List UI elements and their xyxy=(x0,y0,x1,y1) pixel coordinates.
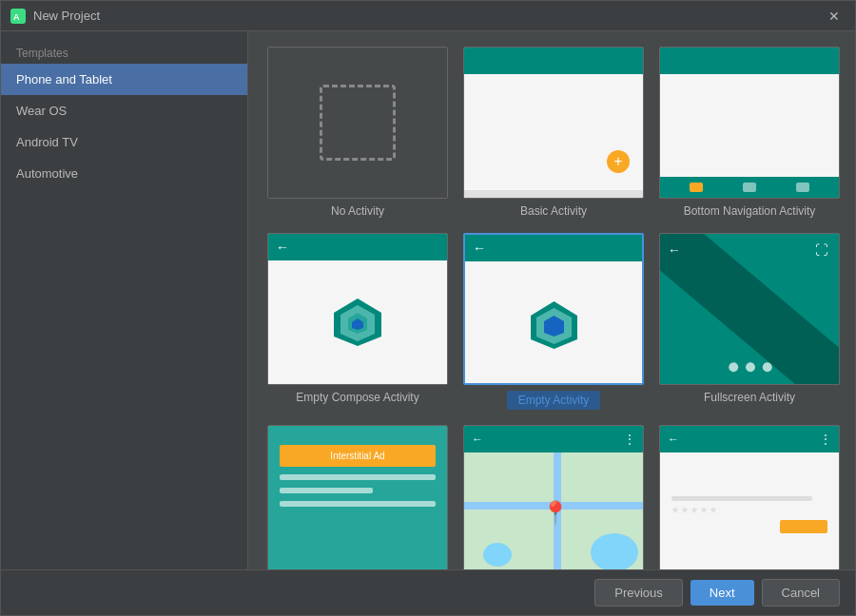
empty-activity-label: Empty Activity xyxy=(507,391,601,410)
main-content: Templates Phone and Tablet Wear OS Andro… xyxy=(1,31,855,569)
bottom-nav-label: Bottom Navigation Activity xyxy=(684,204,816,218)
settings-thumbnail: ← ⋮ xyxy=(659,425,840,569)
map-pin-icon: 📍 xyxy=(541,500,570,527)
svg-text:←: ← xyxy=(668,242,681,258)
top-bar xyxy=(660,48,839,74)
cancel-button[interactable]: Cancel xyxy=(762,579,840,606)
no-activity-label: No Activity xyxy=(331,204,384,218)
templates-content-area: No Activity + Basic Activity xyxy=(248,31,855,569)
settings-bar: ← ⋮ xyxy=(660,426,839,452)
template-empty-compose[interactable]: ← Empty Com xyxy=(267,233,448,410)
compose-logo-icon xyxy=(329,294,386,351)
ad-thumbnail: Interstitial Ad xyxy=(267,425,448,569)
sidebar: Templates Phone and Tablet Wear OS Andro… xyxy=(1,31,248,569)
svg-point-15 xyxy=(763,362,772,372)
dashed-box-icon xyxy=(320,85,396,161)
sidebar-item-android-tv[interactable]: Android TV xyxy=(1,126,247,158)
sidebar-item-phone-tablet[interactable]: Phone and Tablet xyxy=(1,64,247,95)
template-empty-activity[interactable]: ← Empty Activity xyxy=(463,233,644,410)
template-maps[interactable]: ← ⋮ 📍 Google Maps Ac xyxy=(463,425,644,569)
map-water xyxy=(591,533,638,569)
star-3 xyxy=(691,507,698,514)
sidebar-item-automotive[interactable]: Automotive xyxy=(1,158,247,189)
map-menu-icon: ⋮ xyxy=(624,433,635,446)
close-button[interactable]: ✕ xyxy=(823,7,846,26)
next-button[interactable]: Next xyxy=(691,580,754,606)
template-interstitial-ad[interactable]: Interstitial Ad Interstitial Ad Activity xyxy=(267,425,448,569)
compose-content xyxy=(268,260,447,384)
empty-bar: ← xyxy=(465,235,642,261)
map-water-2 xyxy=(483,543,512,567)
nav-dot-2 xyxy=(743,183,756,192)
star-5 xyxy=(710,507,717,514)
nav-content xyxy=(660,74,839,177)
templates-grid: No Activity + Basic Activity xyxy=(267,47,836,569)
android-logo-icon xyxy=(528,297,580,349)
nav-dot-3 xyxy=(796,183,809,192)
compose-bar: ← xyxy=(268,234,447,260)
phone-bar xyxy=(464,48,643,74)
ad-banner: Interstitial Ad xyxy=(280,445,436,467)
empty-back-icon: ← xyxy=(473,241,486,256)
android-studio-icon: A xyxy=(10,9,26,24)
ad-line-3 xyxy=(280,501,436,507)
fab-button-icon: + xyxy=(607,150,630,173)
templates-section-label: Templates xyxy=(1,39,247,64)
ad-line-1 xyxy=(280,474,436,480)
template-settings[interactable]: ← ⋮ xyxy=(659,425,840,569)
settings-line-1 xyxy=(671,496,812,501)
template-no-activity[interactable]: No Activity xyxy=(267,47,448,218)
star-2 xyxy=(681,507,689,514)
maps-thumbnail: ← ⋮ 📍 xyxy=(463,425,644,569)
template-basic-activity[interactable]: + Basic Activity xyxy=(463,47,644,218)
fullscreen-label: Fullscreen Activity xyxy=(704,391,795,404)
previous-button[interactable]: Previous xyxy=(594,579,683,606)
template-fullscreen[interactable]: ← ⛶ Fullscreen Activity xyxy=(659,233,840,410)
settings-menu-icon: ⋮ xyxy=(820,433,831,446)
settings-stars xyxy=(671,507,827,514)
dialog-footer: Previous Next Cancel xyxy=(1,569,855,615)
settings-action-button xyxy=(780,520,827,533)
phone-content: + xyxy=(464,74,643,190)
empty-compose-label: Empty Compose Activity xyxy=(296,391,418,404)
svg-text:⛶: ⛶ xyxy=(815,242,828,258)
bottom-nav-thumbnail xyxy=(659,47,840,199)
window-title: New Project xyxy=(33,9,823,23)
sidebar-item-wear-os[interactable]: Wear OS xyxy=(1,95,247,126)
title-bar: A New Project ✕ xyxy=(1,1,855,31)
settings-content xyxy=(660,452,839,569)
new-project-dialog: A New Project ✕ Templates Phone and Tabl… xyxy=(0,0,856,616)
nav-dot-1 xyxy=(690,183,703,192)
star-4 xyxy=(700,507,708,514)
svg-point-13 xyxy=(729,362,738,372)
map-bar: ← ⋮ xyxy=(464,426,643,452)
fullscreen-svg: ← ⛶ xyxy=(660,234,839,384)
empty-activity-thumbnail: ← xyxy=(463,233,644,385)
settings-back-icon: ← xyxy=(668,433,679,446)
svg-text:A: A xyxy=(13,12,20,22)
bottom-bar xyxy=(660,177,839,198)
back-arrow-icon: ← xyxy=(276,240,289,255)
phone-bottom xyxy=(464,190,643,198)
empty-content xyxy=(465,261,642,383)
map-back-icon: ← xyxy=(472,433,483,446)
ad-line-2 xyxy=(280,488,373,493)
basic-activity-label: Basic Activity xyxy=(520,204,587,218)
template-bottom-nav[interactable]: Bottom Navigation Activity xyxy=(659,47,840,218)
empty-compose-thumbnail: ← xyxy=(267,233,448,385)
star-1 xyxy=(671,507,679,514)
no-activity-thumbnail xyxy=(267,47,448,199)
svg-point-14 xyxy=(746,362,755,372)
map-content: 📍 xyxy=(464,452,643,569)
basic-activity-thumbnail: + xyxy=(463,47,644,199)
fullscreen-thumbnail: ← ⛶ xyxy=(659,233,840,385)
